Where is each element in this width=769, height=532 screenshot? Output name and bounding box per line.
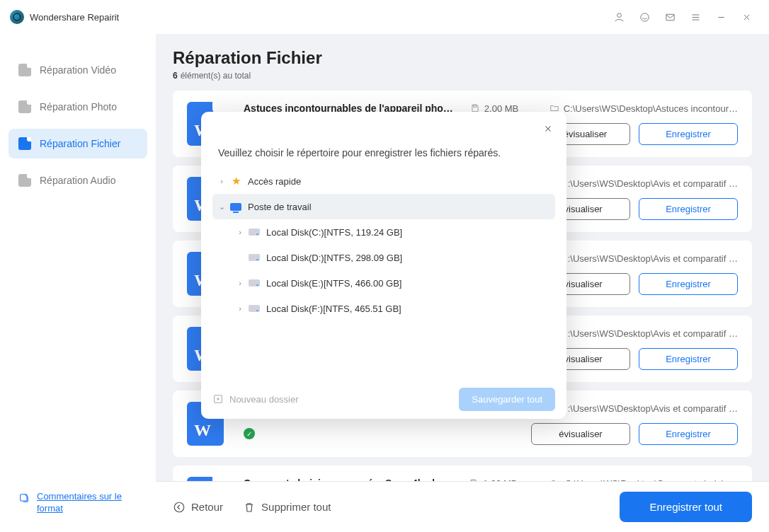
modal-footer: Nouveau dossier Sauvegarder tout: [201, 379, 566, 419]
tree-disk[interactable]: ›Local Disk(C:)[NTFS, 119.24 GB]: [212, 219, 555, 245]
tree-disk[interactable]: ›Local Disk(F:)[NTFS, 465.51 GB]: [212, 296, 555, 321]
new-folder-icon: [212, 393, 224, 405]
close-icon: [543, 124, 553, 134]
chevron-right-icon: ›: [235, 304, 245, 313]
chevron-right-icon: ›: [235, 228, 245, 236]
tree-quick-access[interactable]: › ★ Accès rapide: [212, 168, 555, 194]
modal-prompt: Veuillez choisir le répertoire pour enre…: [201, 125, 566, 168]
pc-icon: [229, 202, 242, 212]
modal-save-all-button[interactable]: Sauvegarder tout: [459, 388, 555, 411]
save-directory-modal: Veuillez choisir le répertoire pour enre…: [201, 112, 566, 419]
tree-disk[interactable]: Local Disk(D:)[NTFS, 298.09 GB]: [212, 245, 555, 270]
tree-this-pc[interactable]: ⌄ Poste de travail: [212, 194, 555, 219]
star-icon: ★: [229, 176, 242, 186]
chevron-right-icon: ›: [217, 177, 227, 185]
drive-icon: [248, 253, 261, 262]
drive-icon: [248, 303, 261, 313]
drive-icon: [248, 227, 261, 237]
new-folder-button[interactable]: Nouveau dossier: [212, 393, 299, 405]
modal-close-button[interactable]: [540, 120, 557, 137]
chevron-down-icon: ⌄: [217, 202, 227, 212]
directory-tree: › ★ Accès rapide ⌄ Poste de travail ›Loc…: [201, 168, 566, 379]
tree-disk[interactable]: ›Local Disk(E:)[NTFS, 466.00 GB]: [212, 270, 555, 296]
drive-icon: [248, 278, 261, 288]
chevron-right-icon: ›: [235, 279, 245, 287]
